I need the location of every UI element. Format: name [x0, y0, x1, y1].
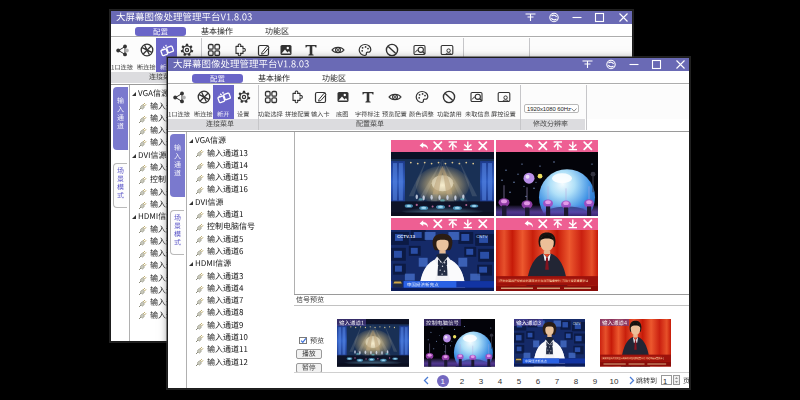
svg-text:CNTV: CNTV: [476, 233, 488, 238]
svg-text:CNTV: CNTV: [572, 322, 581, 326]
svg-text:CCTV-13: CCTV-13: [396, 233, 414, 238]
